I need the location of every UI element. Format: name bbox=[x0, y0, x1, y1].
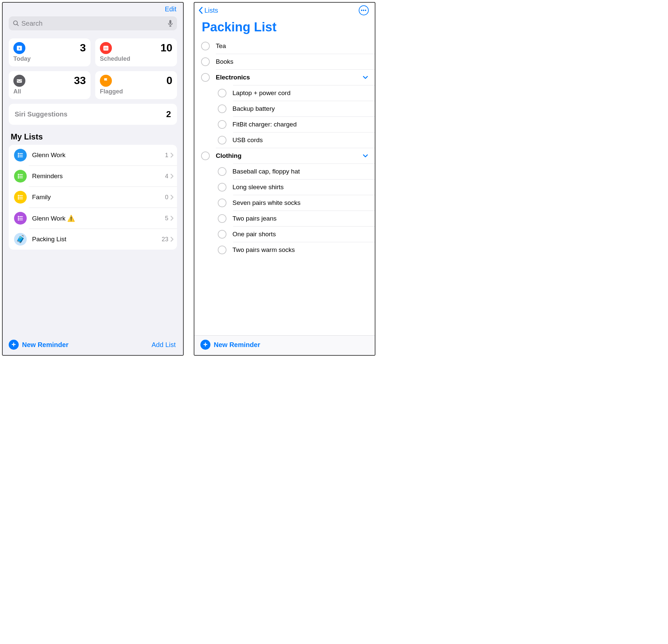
edit-button[interactable]: Edit bbox=[165, 5, 176, 13]
list-row[interactable]: Glenn Work1 bbox=[9, 145, 177, 166]
search-input[interactable]: Search bbox=[9, 16, 177, 30]
search-icon bbox=[13, 20, 19, 27]
flagged-count: 0 bbox=[166, 74, 172, 87]
today-label: Today bbox=[13, 56, 86, 62]
reminder-item[interactable]: Baseball cap, floppy hat bbox=[194, 164, 375, 179]
complete-toggle[interactable] bbox=[218, 246, 226, 254]
plus-icon: + bbox=[9, 340, 19, 350]
reminder-item[interactable]: Backup battery bbox=[194, 101, 375, 116]
svg-rect-8 bbox=[104, 46, 108, 50]
all-card[interactable]: 33 All bbox=[9, 71, 91, 99]
reminder-group[interactable]: Clothing bbox=[194, 148, 375, 163]
list-name: Family bbox=[32, 193, 165, 201]
svg-point-19 bbox=[18, 157, 19, 157]
new-reminder-button[interactable]: + New Reminder bbox=[9, 340, 69, 350]
complete-toggle[interactable] bbox=[218, 183, 226, 191]
list-row[interactable]: Reminders4 bbox=[9, 166, 177, 187]
list-name: Reminders bbox=[32, 173, 165, 180]
list-row[interactable]: 🧳Packing List23 bbox=[9, 229, 177, 250]
reminder-item[interactable]: Long sleeve shirts bbox=[194, 179, 375, 195]
chevron-right-icon bbox=[170, 153, 174, 158]
complete-toggle[interactable] bbox=[218, 136, 226, 144]
svg-point-10 bbox=[106, 47, 106, 48]
svg-point-11 bbox=[107, 47, 107, 48]
my-lists: Glenn Work1Reminders4Family0Glenn Work ⚠… bbox=[9, 145, 177, 250]
chevron-right-icon bbox=[170, 173, 174, 179]
reminder-text: Baseball cap, floppy hat bbox=[232, 168, 368, 175]
reminder-item[interactable]: USB cords bbox=[194, 132, 375, 148]
reminder-item[interactable]: Two pairs warm socks bbox=[194, 242, 375, 257]
all-count: 33 bbox=[74, 74, 86, 87]
list-row[interactable]: Glenn Work ⚠️5 bbox=[9, 208, 177, 229]
reminder-items[interactable]: TeaBooksElectronicsLaptop + power cordBa… bbox=[194, 38, 375, 335]
reminder-item[interactable]: One pair shorts bbox=[194, 226, 375, 242]
list-name: Glenn Work ⚠️ bbox=[32, 215, 165, 222]
reminder-text: Tea bbox=[216, 42, 368, 50]
add-list-button[interactable]: Add List bbox=[152, 341, 176, 349]
siri-suggestions-card[interactable]: Siri Suggestions 2 bbox=[9, 104, 177, 125]
svg-point-29 bbox=[18, 197, 19, 198]
complete-toggle[interactable] bbox=[201, 58, 210, 66]
back-label: Lists bbox=[204, 7, 218, 14]
ellipsis-icon: ••• bbox=[361, 8, 367, 13]
chevron-right-icon bbox=[170, 237, 174, 242]
all-label: All bbox=[13, 88, 86, 95]
more-button[interactable]: ••• bbox=[359, 5, 369, 15]
complete-toggle[interactable] bbox=[201, 152, 210, 160]
complete-toggle[interactable] bbox=[218, 89, 226, 97]
complete-toggle[interactable] bbox=[218, 167, 226, 176]
reminder-item[interactable]: Tea bbox=[194, 38, 375, 54]
reminder-text: Laptop + power cord bbox=[232, 90, 368, 97]
complete-toggle[interactable] bbox=[218, 199, 226, 207]
reminder-text: Two pairs jeans bbox=[232, 215, 368, 222]
list-row[interactable]: Family0 bbox=[9, 187, 177, 207]
reminder-item[interactable]: Books bbox=[194, 54, 375, 69]
reminder-item[interactable]: Seven pairs white socks bbox=[194, 195, 375, 210]
reminder-item[interactable]: FitBit charger: charged bbox=[194, 117, 375, 132]
search-container: Search bbox=[3, 15, 183, 34]
complete-toggle[interactable] bbox=[218, 214, 226, 223]
svg-point-0 bbox=[14, 21, 18, 25]
reminder-item[interactable]: Laptop + power cord bbox=[194, 85, 375, 101]
plus-icon: + bbox=[200, 340, 210, 350]
mic-icon[interactable] bbox=[168, 20, 173, 27]
flagged-card[interactable]: 0 Flagged bbox=[95, 71, 177, 99]
complete-toggle[interactable] bbox=[218, 230, 226, 239]
svg-point-23 bbox=[18, 176, 19, 176]
back-button[interactable]: Lists bbox=[198, 7, 218, 14]
complete-toggle[interactable] bbox=[218, 120, 226, 129]
reminder-text: Books bbox=[216, 58, 368, 65]
chevron-down-icon[interactable] bbox=[363, 154, 368, 157]
complete-toggle[interactable] bbox=[218, 105, 226, 113]
reminder-item[interactable]: Two pairs jeans bbox=[194, 211, 375, 226]
list-icon bbox=[14, 149, 27, 161]
complete-toggle[interactable] bbox=[201, 42, 210, 50]
nav-bar: Lists ••• bbox=[194, 3, 375, 16]
complete-toggle[interactable] bbox=[201, 73, 210, 82]
calendar-grid-icon bbox=[100, 42, 112, 54]
smart-lists-grid: 9 3 Today 10 Scheduled 33 All bbox=[3, 34, 183, 99]
reminder-group[interactable]: Electronics bbox=[194, 70, 375, 85]
new-reminder-button[interactable]: + New Reminder bbox=[200, 340, 260, 350]
today-count: 3 bbox=[80, 42, 86, 54]
reminders-main-screen: Edit Search 9 3 Today bbox=[2, 2, 184, 356]
svg-line-1 bbox=[17, 25, 19, 26]
svg-point-14 bbox=[107, 48, 107, 49]
bottom-toolbar: + New Reminder Add List bbox=[3, 336, 183, 355]
calendar-icon: 9 bbox=[13, 42, 25, 54]
list-count: 5 bbox=[165, 215, 168, 222]
reminder-text: FitBit charger: charged bbox=[232, 121, 368, 128]
today-card[interactable]: 9 3 Today bbox=[9, 38, 91, 66]
reminder-text: One pair shorts bbox=[232, 231, 368, 238]
list-count: 0 bbox=[165, 194, 168, 201]
svg-text:9: 9 bbox=[19, 47, 20, 50]
scheduled-card[interactable]: 10 Scheduled bbox=[95, 38, 177, 66]
new-reminder-label: New Reminder bbox=[214, 341, 260, 349]
chevron-down-icon[interactable] bbox=[363, 76, 368, 79]
reminder-text: Seven pairs white socks bbox=[232, 199, 368, 206]
svg-point-33 bbox=[18, 216, 19, 217]
chevron-right-icon bbox=[170, 194, 174, 200]
reminder-text: Backup battery bbox=[232, 105, 368, 112]
svg-point-12 bbox=[105, 48, 105, 49]
new-reminder-label: New Reminder bbox=[22, 341, 69, 349]
